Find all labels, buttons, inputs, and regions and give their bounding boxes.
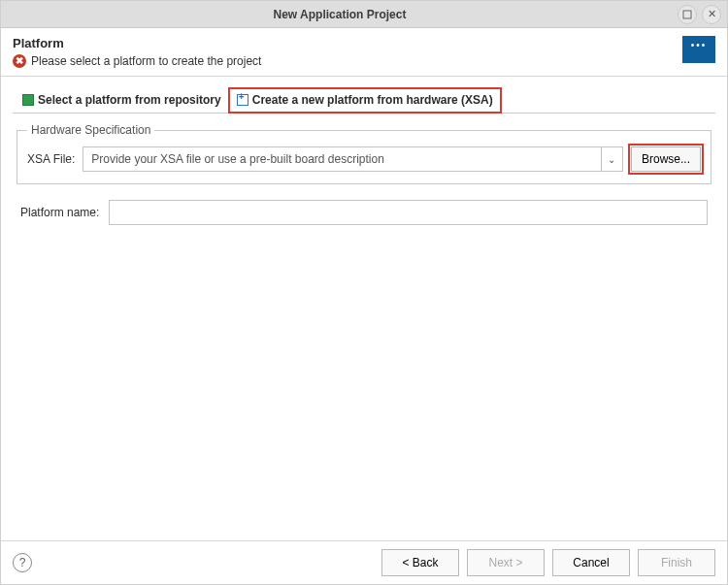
tab-label: Select a platform from repository [38,93,221,107]
wizard-footer: ? < Back Next > Cancel Finish [1,540,727,584]
tab-bar: Select a platform from repository Create… [13,88,715,114]
help-button[interactable]: ? [13,553,32,572]
chevron-down-icon: ⌄ [608,154,615,165]
banner-icon: ••• [682,36,715,63]
tab-label: Create a new platform from hardware (XSA… [252,93,493,107]
xsa-file-input[interactable] [83,147,601,171]
close-button[interactable]: ✕ [702,5,721,24]
wizard-content: Select a platform from repository Create… [1,77,727,540]
next-button[interactable]: Next > [467,549,545,576]
svg-rect-0 [683,11,691,18]
window-title: New Application Project [7,8,673,21]
help-icon: ? [19,556,26,569]
hardware-specification-legend: Hardware Specification [27,123,154,137]
hardware-specification-group: Hardware Specification XSA File: ⌄ Brows… [17,123,711,184]
page-title: Platform [13,36,682,50]
dialog-window: New Application Project ✕ Platform ✖ Ple… [0,0,728,585]
tab-create-from-hardware[interactable]: Create a new platform from hardware (XSA… [229,88,501,113]
platform-name-row: Platform name: [17,198,711,227]
xsa-file-label: XSA File: [27,152,75,166]
platform-name-input[interactable] [109,200,708,225]
minimize-button[interactable] [678,5,697,24]
xsa-file-combo[interactable]: ⌄ [83,146,623,172]
tab-select-repository[interactable]: Select a platform from repository [15,88,229,113]
header-message: ✖ Please select a platform to create the… [13,54,682,68]
repository-icon [22,94,34,106]
titlebar: New Application Project ✕ [1,1,727,28]
error-icon: ✖ [13,54,26,68]
xsa-dropdown-button[interactable]: ⌄ [601,147,622,171]
header-message-text: Please select a platform to create the p… [31,54,261,68]
wizard-header: Platform ✖ Please select a platform to c… [1,28,727,77]
finish-button[interactable]: Finish [638,549,715,576]
tab-panel: Hardware Specification XSA File: ⌄ Brows… [13,114,715,531]
cancel-button[interactable]: Cancel [552,549,630,576]
platform-name-label: Platform name: [20,206,99,219]
xsa-row: XSA File: ⌄ Browse... [27,146,701,172]
browse-button[interactable]: Browse... [631,146,701,172]
back-button[interactable]: < Back [381,549,459,576]
wizard-header-text: Platform ✖ Please select a platform to c… [13,36,682,68]
new-platform-icon [237,94,248,106]
